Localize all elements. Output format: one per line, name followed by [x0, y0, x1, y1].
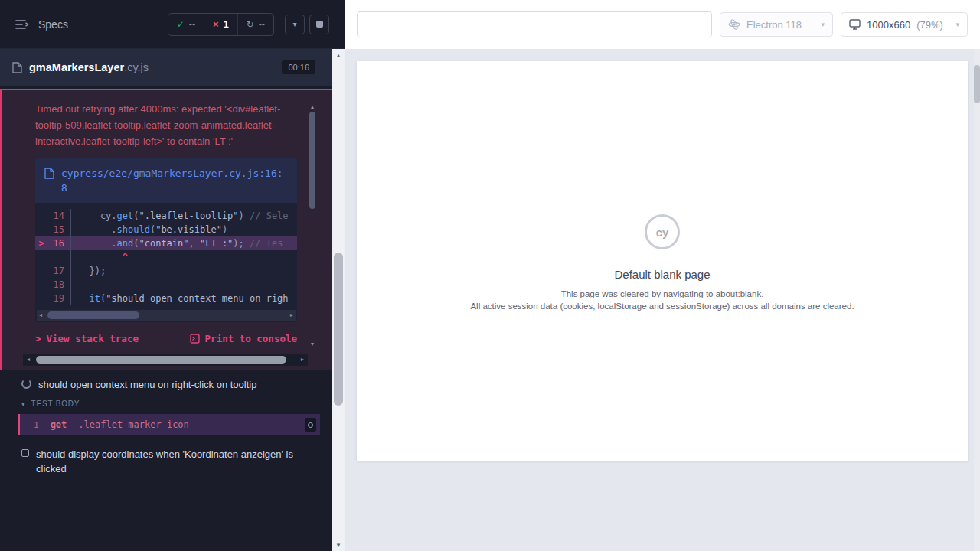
scroll-thumb[interactable]	[47, 311, 139, 319]
blank-page-line2: All active session data (cookies, localS…	[470, 302, 854, 311]
scroll-thumb[interactable]	[334, 253, 343, 406]
refresh-icon: ↻	[247, 19, 254, 30]
stop-icon	[316, 21, 323, 28]
runner-header: Electron 118 ▾ 1000x660 (79%) ▾	[345, 0, 980, 49]
scroll-left-icon[interactable]: ◂	[24, 357, 32, 363]
scroll-down-icon[interactable]: ▾	[337, 539, 341, 551]
check-icon: ✓	[177, 19, 185, 30]
url-input[interactable]	[357, 11, 712, 37]
spec-name: gmaMarkersLayer	[29, 61, 124, 73]
header-buttons: ▾	[285, 15, 329, 34]
code-frame-hscrollbar[interactable]: ◂ ▸	[37, 310, 296, 321]
page-scrollbar[interactable]	[974, 49, 980, 551]
reporter-content: gmaMarkersLayer.cy.js 00:16 Timed out re…	[0, 49, 332, 551]
chevron-down-icon: ▾	[821, 21, 825, 28]
console-icon	[190, 334, 200, 344]
spinner-icon	[308, 422, 313, 428]
code-frame-header: cypress/e2e/gmaMarkersLayer.cy.js:16:8	[35, 158, 297, 203]
code-line: 17 });	[35, 264, 297, 278]
reporter-panel: Specs ✓ -- × 1 ↻ -- ▾	[0, 0, 345, 551]
browser-label: Electron 118	[746, 19, 802, 31]
spec-row[interactable]: gmaMarkersLayer.cy.js 00:16	[0, 49, 332, 86]
scroll-up-icon[interactable]: ▴	[309, 104, 316, 110]
code-line: 14 cy.get(".leaflet-tooltip") // Sele	[35, 209, 297, 223]
specs-title: Specs	[38, 18, 68, 31]
passed-count: --	[189, 19, 195, 30]
scroll-down-icon[interactable]: ▾	[309, 341, 316, 347]
code-line: 15 .should("be.visible")	[35, 223, 297, 236]
chevron-right-icon: >	[35, 333, 41, 344]
aut-iframe: cy Default blank page This page was clea…	[357, 61, 968, 461]
stop-button[interactable]	[309, 15, 329, 34]
reporter-scrollbar[interactable]: ▴ ▾	[332, 49, 345, 551]
pending-count: --	[259, 19, 265, 30]
test-body-toggle[interactable]: ▾ TEST BODY	[0, 397, 332, 412]
scroll-thumb[interactable]	[309, 112, 315, 209]
test-row-running[interactable]: should open context menu on right-click …	[0, 370, 332, 397]
command-number: 1	[20, 420, 51, 430]
stat-passed: ✓ --	[168, 14, 204, 35]
code-line: 19 it("should open context menu on righ	[35, 292, 297, 305]
view-stack-trace-link[interactable]: > View stack trace	[35, 333, 139, 344]
spinner-icon	[21, 379, 31, 389]
browser-select[interactable]: Electron 118 ▾	[720, 12, 833, 37]
command-progress-indicator	[305, 418, 316, 432]
viewport-select[interactable]: 1000x660 (79%) ▾	[841, 12, 968, 37]
scroll-track[interactable]	[32, 356, 299, 364]
blank-page-heading: Default blank page	[614, 268, 710, 281]
test-body-label: TEST BODY	[31, 399, 80, 408]
code-lines: 14 cy.get(".leaflet-tooltip") // Sele15 …	[35, 203, 297, 307]
error-hscrollbar[interactable]: ◂ ▸	[23, 354, 308, 366]
electron-browser-icon	[728, 18, 740, 31]
viewport-zoom: (79%)	[916, 19, 943, 31]
stat-pending: ↻ --	[237, 14, 273, 35]
chevron-down-icon: ▾	[956, 21, 959, 28]
scroll-left-icon[interactable]: ◂	[37, 312, 44, 318]
spec-duration-badge: 00:16	[282, 60, 315, 74]
specs-menu-icon[interactable]	[12, 16, 32, 33]
reporter-header: Specs ✓ -- × 1 ↻ -- ▾	[0, 0, 345, 49]
error-message: Timed out retrying after 4000ms: expecte…	[35, 101, 297, 149]
code-frame-file-link[interactable]: cypress/e2e/gmaMarkersLayer.cy.js:16:8	[61, 166, 288, 195]
command-target: .leaflet-marker-icon	[78, 419, 189, 430]
spec-extension: .cy.js	[124, 61, 149, 73]
test-row-pending[interactable]: should display coordinates when 'Koordin…	[0, 440, 332, 481]
command-method: get	[51, 419, 67, 430]
test-title: should display coordinates when 'Koordin…	[36, 447, 302, 476]
code-line: >16 .and("contain", "LT :"); // Tes	[35, 236, 297, 250]
cypress-logo: cy	[645, 214, 680, 249]
print-to-console-link[interactable]: Print to console	[190, 333, 297, 344]
scroll-right-icon[interactable]: ▸	[299, 357, 306, 363]
scroll-up-icon[interactable]: ▴	[337, 49, 341, 61]
code-line: 18	[35, 278, 297, 292]
runner-panel: Electron 118 ▾ 1000x660 (79%) ▾ cy Defau…	[345, 0, 980, 551]
error-actions: > View stack trace Print to console	[35, 333, 297, 344]
code-line: ^	[35, 250, 297, 264]
sidebar-toggle-icon	[15, 19, 29, 30]
scroll-right-icon[interactable]: ▸	[288, 312, 296, 318]
viewport-dimensions: 1000x660	[867, 19, 910, 31]
test-stats: ✓ -- × 1 ↻ --	[168, 13, 274, 36]
aut-container: cy Default blank page This page was clea…	[345, 49, 980, 473]
collapse-button[interactable]: ▾	[285, 15, 305, 34]
x-icon: ×	[213, 18, 219, 30]
failed-count: 1	[224, 19, 229, 30]
scroll-thumb[interactable]	[974, 65, 980, 103]
command-row[interactable]: 1 get .leaflet-marker-icon	[18, 414, 320, 435]
scroll-thumb[interactable]	[36, 356, 286, 364]
blank-page-line1: This page was cleared by navigating to a…	[561, 289, 764, 298]
error-vscrollbar[interactable]: ▴ ▾	[308, 104, 317, 347]
spec-file-icon	[12, 62, 22, 73]
monitor-icon	[849, 19, 861, 30]
test-pending-icon	[21, 449, 29, 457]
chevron-down-icon: ▾	[21, 400, 25, 408]
chevron-down-icon: ▾	[292, 20, 296, 28]
code-file-icon	[44, 168, 54, 179]
scroll-track[interactable]	[309, 110, 316, 341]
test-title: should open context menu on right-click …	[38, 377, 256, 392]
test-error-region: Timed out retrying after 4000ms: expecte…	[0, 89, 332, 370]
stat-failed: × 1	[204, 14, 237, 35]
code-frame: cypress/e2e/gmaMarkersLayer.cy.js:16:8 1…	[35, 158, 297, 322]
scroll-track[interactable]	[44, 311, 288, 319]
